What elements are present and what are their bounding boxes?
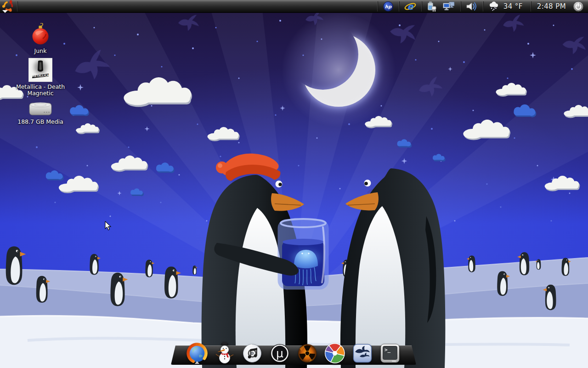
running-app-indicator [195,361,199,364]
picasa-icon [324,343,345,364]
hp-tray-icon[interactable]: hp [381,0,396,12]
dock-item-terminal[interactable]: >_ [379,342,401,364]
hp-logo-icon: hp [383,1,394,12]
dock-item-firefox[interactable] [187,342,208,364]
terminal-icon: >_ [379,343,401,364]
dock-item-snowman[interactable] [214,342,235,364]
clock[interactable]: 2:48 PM [534,2,569,11]
internet-explorer-tray-icon[interactable]: e [402,0,418,12]
ubuntu-menu-button[interactable] [0,0,16,12]
christmas-ornament-icon [30,23,51,46]
album-cover-icon: METALLICA [28,58,52,82]
svg-text:>_: >_ [384,347,391,353]
weather-applet[interactable]: 34 °F [486,1,527,12]
panel-separator [483,1,483,12]
menu-dropdown-arrow [2,10,8,13]
desktop-screen: hp e [0,0,588,368]
dock-item-utorrent[interactable]: µ [269,342,290,364]
radiation-icon [297,343,318,364]
panel-separator [421,1,422,12]
utorrent-icon: µ [269,343,290,364]
wallpaper-art [0,0,588,368]
panel-separator [460,1,461,12]
snowman-icon [215,342,235,364]
temperature-label: 34 °F [501,2,526,11]
battery-plug-icon [427,1,437,12]
svg-text:µ: µ [276,347,283,360]
desktop-icon-junk[interactable]: Junk [14,23,67,54]
battery-tray-icon[interactable] [425,0,439,12]
moon [281,12,396,127]
dock-item-cd-music[interactable] [242,342,263,364]
snow-cloud-icon [488,1,499,12]
desktop-icon-metallica[interactable]: METALLICA Metallica - Death Magnetic [14,58,67,97]
desktop-icon-media-drive[interactable]: 188.7 GB Media [14,100,67,125]
dock-item-picasa[interactable] [324,342,345,364]
volume-tray-icon[interactable] [464,0,480,12]
hard-drive-icon [28,100,53,117]
internet-explorer-icon: e [404,1,416,12]
right-penguin [340,168,445,368]
panel-separator [377,1,378,12]
network-tray-icon[interactable] [441,0,457,12]
top-panel: hp e [0,0,588,13]
openoffice-icon [352,343,373,364]
panel-separator [399,1,399,12]
svg-text:hp: hp [385,4,392,10]
desktop-icon-label: Metallica - Death Magnetic [14,84,67,97]
dock: µ [171,341,416,364]
power-button[interactable] [571,0,586,12]
volume-icon [466,1,478,12]
svg-text:e: e [407,1,413,11]
desktop-icon-label: Junk [34,48,47,54]
cd-music-icon [242,343,263,364]
desktop-icon-label: 188.7 GB Media [17,119,63,125]
network-computers-icon [442,1,455,12]
panel-separator [17,1,17,12]
panel-separator [531,1,531,12]
dock-item-openoffice[interactable] [352,342,373,364]
power-icon [572,0,584,12]
dock-item-radiation[interactable] [297,342,318,364]
